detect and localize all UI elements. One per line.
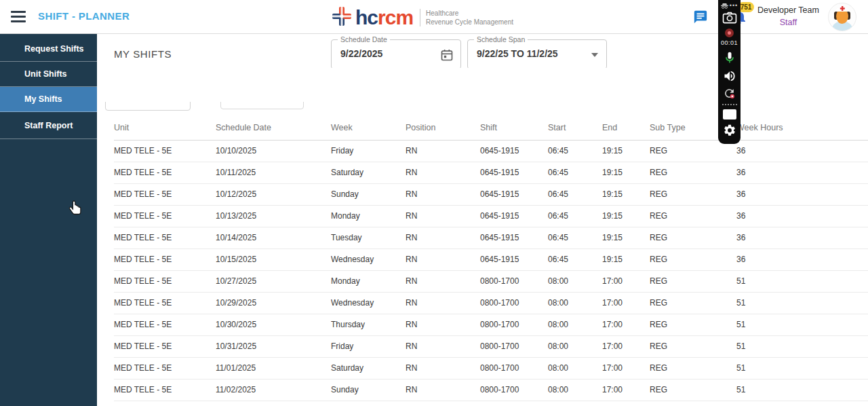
record-button[interactable] bbox=[725, 29, 734, 37]
sidebar-item-staff-report[interactable]: Staff Report bbox=[0, 112, 97, 139]
cell-position: RN bbox=[406, 335, 480, 357]
cell-shift: 0800-1700 bbox=[480, 270, 548, 292]
cell-start: 06:45 bbox=[548, 162, 602, 183]
person-icon bbox=[106, 76, 118, 88]
sidebar-item-label: Unit Shifts bbox=[24, 69, 67, 79]
incognito-icon[interactable] bbox=[721, 0, 728, 12]
table-body: MED TELE - 5E 10/10/2025 Friday RN 0645-… bbox=[114, 140, 868, 401]
cell-start: 08:00 bbox=[548, 379, 602, 401]
cell-position: RN bbox=[406, 357, 480, 379]
cell-sub-type: REG bbox=[650, 183, 731, 205]
cell-schedule-date: 11/01/2025 bbox=[216, 357, 331, 379]
table-row[interactable]: MED TELE - 5E 10/12/2025 Sunday RN 0645-… bbox=[114, 183, 868, 205]
cell-end: 19:15 bbox=[602, 162, 650, 183]
cell-end: 19:15 bbox=[602, 227, 650, 248]
table-row[interactable]: MED TELE - 5E 10/15/2025 Wednesday RN 06… bbox=[114, 248, 868, 270]
table-row[interactable]: MED TELE - 5E 11/02/2025 Sunday RN 0800-… bbox=[114, 379, 868, 401]
screen-recorder-toolbar: ••• 00:01 bbox=[718, 0, 741, 144]
sidebar-item-label: Staff Report bbox=[24, 121, 73, 130]
table-row[interactable]: MED TELE - 5E 10/10/2025 Friday RN 0645-… bbox=[114, 140, 868, 162]
cell-week-hours: 36 bbox=[731, 162, 868, 183]
sidebar-item-unit-shifts[interactable]: Unit Shifts bbox=[0, 62, 97, 87]
cell-end: 17:00 bbox=[602, 335, 650, 357]
col-header-week[interactable]: Week bbox=[331, 115, 406, 140]
cell-position: RN bbox=[406, 140, 480, 162]
user-role: Staff bbox=[753, 18, 824, 27]
sidebar-item-label: Request Shifts bbox=[24, 44, 84, 54]
restart-recording-icon[interactable] bbox=[723, 87, 736, 100]
cell-unit: MED TELE - 5E bbox=[114, 270, 216, 292]
cell-sub-type: REG bbox=[650, 270, 731, 292]
cell-shift: 0800-1700 bbox=[480, 357, 548, 379]
logo-cross-icon bbox=[331, 5, 353, 30]
gear-icon[interactable] bbox=[723, 124, 736, 137]
cell-week: Monday bbox=[331, 205, 406, 227]
cell-week-hours: 36 bbox=[731, 183, 868, 205]
calendar-icon[interactable] bbox=[440, 48, 454, 65]
table-row[interactable]: MED TELE - 5E 10/27/2025 Monday RN 0800-… bbox=[114, 270, 868, 292]
cell-position: RN bbox=[406, 270, 480, 292]
more-options-icon[interactable]: ••• bbox=[730, 3, 738, 7]
cell-week-hours: 36 bbox=[731, 248, 868, 270]
schedule-span-select[interactable]: Schedule Span 9/22/25 TO 11/2/25 bbox=[467, 39, 607, 69]
schedule-date-field[interactable]: Schedule Date 9/22/2025 bbox=[331, 39, 461, 69]
col-header-schedule-date[interactable]: Schedule Date bbox=[216, 115, 331, 140]
table-row[interactable]: MED TELE - 5E 10/11/2025 Saturday RN 064… bbox=[114, 162, 868, 183]
col-header-end[interactable]: End bbox=[602, 115, 650, 140]
cell-position: RN bbox=[406, 248, 480, 270]
cell-shift: 0645-1915 bbox=[480, 248, 548, 270]
cell-start: 08:00 bbox=[548, 357, 602, 379]
cell-unit: MED TELE - 5E bbox=[114, 335, 216, 357]
cell-shift: 0800-1700 bbox=[480, 292, 548, 314]
cell-unit: MED TELE - 5E bbox=[114, 227, 216, 248]
cell-schedule-date: 11/02/2025 bbox=[216, 379, 331, 401]
cell-unit: MED TELE - 5E bbox=[114, 248, 216, 270]
cell-start: 08:00 bbox=[548, 292, 602, 314]
table-row[interactable]: MED TELE - 5E 11/01/2025 Saturday RN 080… bbox=[114, 357, 868, 379]
app-title: SHIFT - PLANNER bbox=[38, 10, 130, 22]
user-avatar[interactable] bbox=[828, 3, 856, 31]
sidebar-item-profile[interactable]: Profile bbox=[97, 68, 868, 97]
cell-unit: MED TELE - 5E bbox=[114, 162, 216, 183]
table-row[interactable]: MED TELE - 5E 10/14/2025 Tuesday RN 0645… bbox=[114, 227, 868, 248]
cell-sub-type: REG bbox=[650, 335, 731, 357]
cell-shift: 0645-1915 bbox=[480, 227, 548, 248]
cell-end: 17:00 bbox=[602, 357, 650, 379]
cell-week: Thursday bbox=[331, 314, 406, 335]
cell-schedule-date: 10/12/2025 bbox=[216, 183, 331, 205]
cell-schedule-date: 10/30/2025 bbox=[216, 314, 331, 335]
user-info[interactable]: Developer Team Staff bbox=[753, 5, 824, 27]
chat-icon[interactable] bbox=[693, 10, 708, 27]
col-header-start[interactable]: Start bbox=[548, 115, 602, 140]
col-header-unit[interactable]: Unit bbox=[114, 115, 216, 140]
cell-week: Monday bbox=[331, 270, 406, 292]
cell-unit: MED TELE - 5E bbox=[114, 183, 216, 205]
cell-week: Tuesday bbox=[331, 227, 406, 248]
cell-week-hours: 51 bbox=[731, 314, 868, 335]
cell-start: 06:45 bbox=[548, 140, 602, 162]
cell-schedule-date: 10/11/2025 bbox=[216, 162, 331, 183]
microphone-icon[interactable] bbox=[723, 50, 736, 65]
screen-share-icon[interactable] bbox=[723, 109, 736, 119]
menu-icon[interactable] bbox=[11, 11, 26, 22]
screenshot-camera-icon[interactable] bbox=[722, 12, 737, 24]
col-header-shift[interactable]: Shift bbox=[480, 115, 548, 140]
cell-sub-type: REG bbox=[650, 227, 731, 248]
cell-end: 17:00 bbox=[602, 292, 650, 314]
table-row[interactable]: MED TELE - 5E 10/31/2025 Friday RN 0800-… bbox=[114, 335, 868, 357]
cell-position: RN bbox=[406, 314, 480, 335]
sidebar-item-request-shifts[interactable]: Request Shifts bbox=[0, 37, 97, 62]
cell-end: 19:15 bbox=[602, 248, 650, 270]
table-row[interactable]: MED TELE - 5E 10/30/2025 Thursday RN 080… bbox=[114, 314, 868, 335]
speaker-icon[interactable] bbox=[723, 69, 736, 83]
table-row[interactable]: MED TELE - 5E 10/29/2025 Wednesday RN 08… bbox=[114, 292, 868, 314]
toolbar-divider bbox=[722, 104, 737, 105]
col-header-position[interactable]: Position bbox=[406, 115, 480, 140]
sidebar-item-my-shifts[interactable]: My Shifts bbox=[0, 87, 97, 112]
cell-shift: 0645-1915 bbox=[480, 205, 548, 227]
table-row[interactable]: MED TELE - 5E 10/13/2025 Monday RN 0645-… bbox=[114, 205, 868, 227]
cell-schedule-date: 10/15/2025 bbox=[216, 248, 331, 270]
col-header-week-hours[interactable]: Week Hours bbox=[731, 115, 868, 140]
cell-position: RN bbox=[406, 292, 480, 314]
chevron-down-icon bbox=[591, 53, 598, 57]
